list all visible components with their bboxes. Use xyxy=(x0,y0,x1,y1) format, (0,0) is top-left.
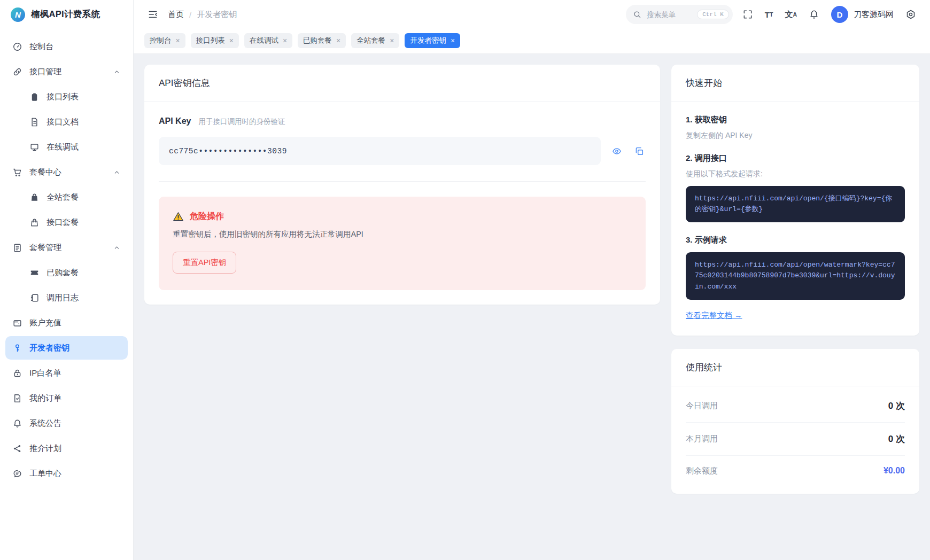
tab-site-packages[interactable]: 全站套餐× xyxy=(351,33,399,48)
api-key-description: 用于接口调用时的身份验证 xyxy=(198,117,285,127)
example-request-code-block[interactable]: https://api.nfiii.com/api/open/watermark… xyxy=(686,252,905,299)
close-icon[interactable]: × xyxy=(283,37,287,44)
sidebar-item-api-docs[interactable]: 接口文档 xyxy=(5,110,128,134)
sidebar-item-label: 控制台 xyxy=(29,42,53,52)
close-icon[interactable]: × xyxy=(176,37,180,44)
sidebar-item-label: IP白名单 xyxy=(29,368,61,378)
sidebar-item-ticket-center[interactable]: 工单中心 xyxy=(5,462,128,485)
reset-api-key-button[interactable]: 重置API密钥 xyxy=(173,252,236,274)
tab-label: 开发者密钥 xyxy=(410,36,446,45)
sidebar-item-developer-key[interactable]: 开发者密钥 xyxy=(5,336,128,360)
breadcrumb-current: 开发者密钥 xyxy=(197,10,237,20)
shopping-bag-filled-icon xyxy=(29,192,40,203)
close-icon[interactable]: × xyxy=(229,37,234,44)
shopping-bag-icon xyxy=(29,217,40,228)
sidebar-item-label: 套餐管理 xyxy=(29,243,61,253)
tab-developer-key[interactable]: 开发者密钥× xyxy=(405,33,460,48)
sidebar-item-my-orders[interactable]: 我的订单 xyxy=(5,386,128,410)
collapse-sidebar-icon[interactable] xyxy=(145,7,160,22)
close-icon[interactable]: × xyxy=(336,37,340,44)
username: 刀客源码网 xyxy=(854,10,894,20)
chevron-up-icon xyxy=(113,244,121,252)
tab-dashboard[interactable]: 控制台× xyxy=(144,33,185,48)
sidebar-item-referral-plan[interactable]: 推介计划 xyxy=(5,437,128,460)
warning-icon xyxy=(173,211,184,222)
translate-icon[interactable]: 文A xyxy=(782,7,799,22)
danger-description: 重置密钥后，使用旧密钥的所有应用将无法正常调用API xyxy=(173,229,632,239)
fullscreen-icon[interactable] xyxy=(740,7,755,22)
tab-label: 全站套餐 xyxy=(356,36,385,45)
sidebar-item-label: 开发者密钥 xyxy=(29,343,69,353)
sidebar-item-label: 接口管理 xyxy=(29,67,61,77)
close-icon[interactable]: × xyxy=(451,37,455,44)
search-field[interactable] xyxy=(646,10,693,19)
sidebar-menu: 控制台 接口管理 接口列表 接口文档 在线调试 套餐中心 xyxy=(0,29,133,492)
ticket-icon xyxy=(29,268,40,278)
search-input[interactable]: Ctrl K xyxy=(626,5,733,24)
monitor-icon xyxy=(29,142,40,152)
brand[interactable]: N 楠枫API计费系统 xyxy=(0,0,133,29)
sidebar-item-announcements[interactable]: 系统公告 xyxy=(5,411,128,435)
quick-start-card: 快速开始 1. 获取密钥 复制左侧的 API Key 2. 调用接口 使用以下格… xyxy=(671,65,919,336)
key-icon xyxy=(12,343,22,353)
tab-online-debug[interactable]: 在线调试× xyxy=(244,33,292,48)
sidebar-item-purchased-packages[interactable]: 已购套餐 xyxy=(5,261,128,284)
tabbar: 控制台× 接口列表× 在线调试× 已购套餐× 全站套餐× 开发者密钥× xyxy=(134,29,930,54)
close-icon[interactable]: × xyxy=(390,37,394,44)
sidebar-item-label: 在线调试 xyxy=(46,142,79,152)
stat-row-remaining-balance: 剩余额度 ¥0.00 xyxy=(686,456,905,486)
chevron-up-icon xyxy=(113,168,121,176)
copy-icon xyxy=(634,146,644,156)
tab-purchased-packages[interactable]: 已购套餐× xyxy=(298,33,346,48)
api-key-field[interactable] xyxy=(159,137,601,165)
sidebar-item-call-logs[interactable]: 调用日志 xyxy=(5,286,128,309)
step-1-title: 1. 获取密钥 xyxy=(686,115,905,125)
view-full-docs-link[interactable]: 查看完整文档 → xyxy=(686,310,742,321)
sidebar-item-online-debug[interactable]: 在线调试 xyxy=(5,135,128,159)
tab-label: 控制台 xyxy=(150,36,172,45)
sidebar-group-package-manage[interactable]: 套餐管理 xyxy=(5,236,128,259)
stat-row-today-calls: 今日调用 0 次 xyxy=(686,390,905,423)
danger-title: 危险操作 xyxy=(190,211,224,222)
sidebar-item-dashboard[interactable]: 控制台 xyxy=(5,35,128,58)
app-logo-icon: N xyxy=(11,7,25,22)
settings-gear-icon[interactable] xyxy=(903,7,918,22)
tab-label: 在线调试 xyxy=(250,36,278,45)
font-size-icon[interactable]: TT xyxy=(763,8,776,21)
stat-label: 今日调用 xyxy=(686,401,718,411)
api-key-card: API密钥信息 API Key 用于接口调用时的身份验证 xyxy=(144,65,660,305)
quick-start-title: 快速开始 xyxy=(686,77,905,89)
sidebar: N 楠枫API计费系统 控制台 接口管理 接口列表 接口文档 xyxy=(0,0,134,560)
sidebar-item-account-recharge[interactable]: 账户充值 xyxy=(5,311,128,335)
user-menu[interactable]: D 刀客源码网 xyxy=(831,6,894,23)
bell-icon xyxy=(12,418,22,429)
sidebar-item-ip-whitelist[interactable]: IP白名单 xyxy=(5,361,128,385)
copy-key-button[interactable] xyxy=(633,145,646,158)
main-column: 首页 / 开发者密钥 Ctrl K TT 文A D 刀客源码网 xyxy=(134,0,930,560)
breadcrumb-home[interactable]: 首页 xyxy=(168,10,184,20)
sidebar-group-api-manage[interactable]: 接口管理 xyxy=(5,60,128,83)
sidebar-item-label: 工单中心 xyxy=(29,469,61,479)
sidebar-item-site-packages[interactable]: 全站套餐 xyxy=(5,185,128,209)
sidebar-item-api-list[interactable]: 接口列表 xyxy=(5,85,128,108)
api-key-label: API Key xyxy=(159,116,191,126)
clipboard-icon xyxy=(29,92,40,102)
sidebar-item-api-packages[interactable]: 接口套餐 xyxy=(5,211,128,234)
request-format-code-block[interactable]: https://api.nfiii.com/api/open/{接口编码}?ke… xyxy=(686,186,905,222)
sidebar-item-label: 账户充值 xyxy=(29,318,61,328)
notifications-bell-icon[interactable] xyxy=(807,7,821,22)
stat-value: 0 次 xyxy=(888,433,905,445)
tab-label: 已购套餐 xyxy=(303,36,332,45)
stat-value: ¥0.00 xyxy=(883,466,905,476)
toggle-key-visibility-button[interactable] xyxy=(610,145,623,158)
stat-label: 剩余额度 xyxy=(686,466,718,476)
tab-api-list[interactable]: 接口列表× xyxy=(191,33,239,48)
lock-icon xyxy=(12,368,22,378)
sidebar-group-package-center[interactable]: 套餐中心 xyxy=(5,160,128,184)
order-check-icon xyxy=(12,393,22,403)
stat-row-month-calls: 本月调用 0 次 xyxy=(686,423,905,456)
step-2-title: 2. 调用接口 xyxy=(686,153,905,164)
eye-icon xyxy=(612,146,622,156)
step-1-description: 复制左侧的 API Key xyxy=(686,131,905,141)
wallet-icon xyxy=(12,318,22,328)
